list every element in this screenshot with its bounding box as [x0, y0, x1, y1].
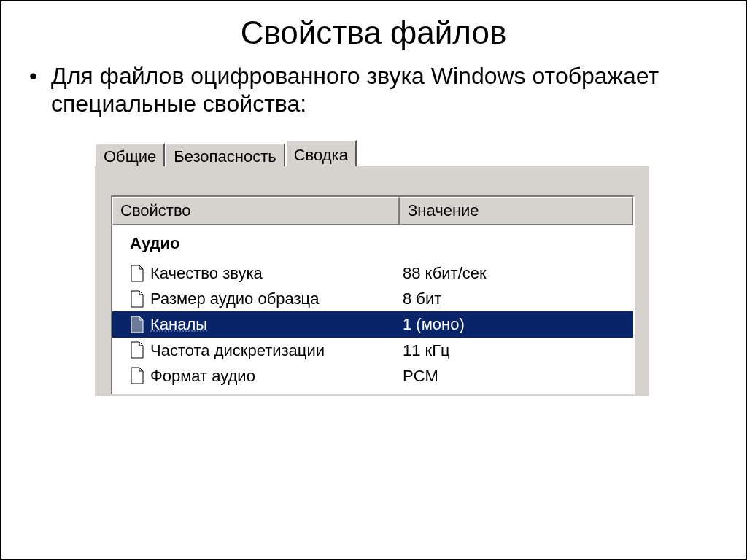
- list-item[interactable]: Размер аудио образца 8 бит: [112, 286, 633, 311]
- document-icon: [130, 265, 144, 282]
- slide-title: Свойства файлов: [23, 15, 724, 51]
- document-icon: [130, 367, 144, 384]
- property-label: Формат аудио: [150, 366, 403, 386]
- property-list: Свойство Значение Аудио Качество звука 8…: [111, 195, 635, 394]
- column-header-property[interactable]: Свойство: [112, 197, 400, 225]
- property-label: Каналы: [150, 314, 403, 334]
- property-value: 88 кбит/сек: [403, 263, 633, 283]
- list-item[interactable]: Каналы 1 (моно): [112, 311, 633, 337]
- column-header-value[interactable]: Значение: [400, 197, 633, 225]
- property-label: Качество звука: [150, 263, 403, 283]
- group-audio: Аудио: [112, 233, 633, 260]
- tab-general[interactable]: Общие: [95, 143, 165, 166]
- property-value: 8 бит: [403, 289, 633, 308]
- document-icon: [130, 341, 144, 359]
- document-icon: [130, 290, 144, 308]
- document-icon: [130, 316, 144, 333]
- list-item[interactable]: Частота дискретизации 11 кГц: [112, 338, 633, 363]
- tab-security[interactable]: Безопасность: [165, 143, 285, 166]
- slide: Свойства файлов Для файлов оцифрованного…: [0, 0, 747, 560]
- dialog-body: Свойство Значение Аудио Качество звука 8…: [95, 165, 649, 396]
- slide-bullet: Для файлов оцифрованного звука Windows о…: [51, 63, 724, 118]
- properties-dialog: Общие Безопасность Сводка Свойство Значе…: [95, 140, 649, 396]
- tab-summary[interactable]: Сводка: [285, 140, 357, 166]
- property-label: Размер аудио образца: [150, 289, 403, 308]
- property-value: 1 (моно): [403, 314, 633, 334]
- list-item[interactable]: Качество звука 88 кбит/сек: [112, 260, 633, 286]
- list-item[interactable]: Формат аудио PCM: [112, 363, 633, 389]
- tab-strip: Общие Безопасность Сводка: [95, 140, 649, 166]
- property-value: PCM: [403, 366, 633, 386]
- property-label: Частота дискретизации: [150, 341, 403, 360]
- list-header: Свойство Значение: [112, 197, 633, 225]
- property-value: 11 кГц: [403, 341, 633, 360]
- list-body: Аудио Качество звука 88 кбит/сек Размер …: [112, 225, 633, 393]
